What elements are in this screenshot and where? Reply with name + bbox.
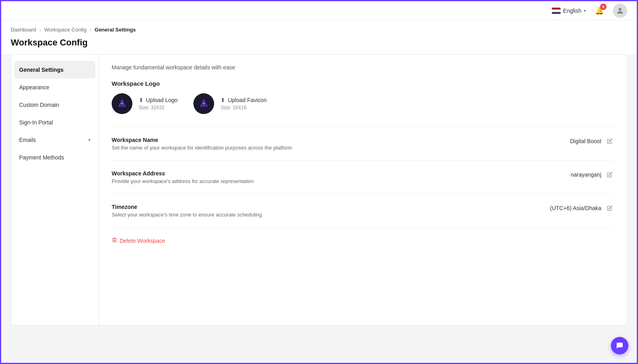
sidebar-item-payment-methods[interactable]: Payment Methods	[11, 149, 98, 166]
workspace-name-label: Workspace Name	[112, 137, 570, 143]
sidebar-item-emails[interactable]: Emails ▾	[11, 131, 98, 149]
svg-point-8	[203, 103, 205, 105]
workspace-address-edit-button[interactable]	[605, 170, 614, 179]
workspace-name-desc: Set the name of your workspace for ident…	[112, 145, 570, 151]
workspace-address-value-row: narayanganj	[571, 170, 614, 179]
upload-logo-info: ⬆ Upload Logo Size: 32X32	[139, 97, 177, 110]
upload-logo-label: Upload Logo	[146, 97, 177, 103]
main-container: General Settings Appearance Custom Domai…	[11, 54, 627, 325]
sidebar-item-custom-domain[interactable]: Custom Domain	[11, 96, 98, 114]
upload-favicon-icon: ⬆	[221, 97, 225, 103]
workspace-name-edit-button[interactable]	[605, 137, 614, 146]
content-subtitle: Manage fundamental workspace details wit…	[112, 64, 614, 71]
logo-section-title: Workspace Logo	[112, 80, 614, 87]
upload-logo-icon: ⬆	[139, 97, 144, 103]
favicon-preview	[193, 93, 214, 114]
delete-icon	[112, 237, 117, 244]
sidebar-item-sign-in-portal[interactable]: Sign-In Portal	[11, 114, 98, 131]
svg-point-0	[618, 8, 621, 10]
notification-badge: 6	[600, 4, 606, 10]
upload-favicon-item: ⬆ Upload Favicon Size: 16X16	[193, 93, 266, 114]
workspace-name-row: Workspace Name Set the name of your work…	[112, 127, 614, 160]
user-avatar-button[interactable]	[613, 4, 627, 18]
emails-chevron-icon: ▾	[88, 137, 91, 143]
upload-favicon-size: Size: 16X16	[221, 105, 266, 110]
upload-favicon-button[interactable]: ⬆ Upload Favicon	[221, 97, 266, 103]
workspace-address-label: Workspace Address	[112, 170, 571, 177]
timezone-edit-button[interactable]	[605, 204, 614, 212]
upload-logo-item: ⬆ Upload Logo Size: 32X32	[112, 93, 177, 114]
delete-workspace-row: Delete Workspace	[112, 227, 614, 254]
timezone-value: (UTC+6) Asia/Dhaka	[550, 205, 601, 211]
flag-icon	[552, 8, 561, 14]
workspace-name-info: Workspace Name Set the name of your work…	[112, 137, 570, 151]
delete-workspace-button[interactable]: Delete Workspace	[112, 237, 165, 244]
upload-logo-size: Size: 32X32	[139, 105, 177, 110]
content-area: Manage fundamental workspace details wit…	[99, 55, 627, 325]
workspace-address-value: narayanganj	[571, 171, 601, 178]
upload-favicon-info: ⬆ Upload Favicon Size: 16X16	[221, 97, 266, 110]
breadcrumb-dashboard[interactable]: Dashboard	[11, 27, 36, 33]
sidebar-item-general-settings[interactable]: General Settings	[14, 61, 95, 79]
breadcrumb-current: General Settings	[95, 27, 136, 33]
page-title-bar: Workspace Config	[1, 36, 637, 54]
breadcrumb: Dashboard › Workspace Config › General S…	[1, 20, 637, 36]
timezone-label: Timezone	[112, 204, 550, 210]
logo-preview	[112, 93, 132, 114]
workspace-address-info: Workspace Address Provide your workspace…	[112, 170, 571, 184]
sidebar: General Settings Appearance Custom Domai…	[11, 55, 99, 325]
svg-point-4	[121, 103, 123, 105]
timezone-desc: Select your workspace's time zone to ens…	[112, 212, 550, 218]
breadcrumb-sep-2: ›	[90, 27, 91, 33]
page-title: Workspace Config	[11, 37, 627, 48]
timezone-info: Timezone Select your workspace's time zo…	[112, 204, 550, 218]
logo-upload-row: ⬆ Upload Logo Size: 32X32	[112, 93, 614, 114]
workspace-address-desc: Provide your workspace's address for acc…	[112, 178, 571, 184]
breadcrumb-workspace-config[interactable]: Workspace Config	[44, 27, 87, 33]
notification-button[interactable]: 🔔 6	[592, 4, 606, 18]
upload-favicon-label: Upload Favicon	[228, 97, 266, 103]
timezone-value-row: (UTC+6) Asia/Dhaka	[550, 204, 614, 212]
topbar: English ▾ 🔔 6	[1, 1, 637, 20]
chevron-down-icon: ▾	[584, 8, 586, 13]
delete-workspace-label: Delete Workspace	[120, 238, 165, 244]
workspace-address-row: Workspace Address Provide your workspace…	[112, 160, 614, 194]
breadcrumb-sep-1: ›	[39, 27, 41, 33]
workspace-name-value-row: Digital Boost	[570, 137, 614, 146]
upload-logo-button[interactable]: ⬆ Upload Logo	[139, 97, 177, 103]
chat-fab-button[interactable]	[611, 337, 628, 354]
language-selector[interactable]: English ▾	[552, 8, 586, 14]
language-label: English	[563, 8, 581, 14]
sidebar-item-appearance[interactable]: Appearance	[11, 79, 98, 96]
workspace-name-value: Digital Boost	[570, 138, 601, 144]
timezone-row: Timezone Select your workspace's time zo…	[112, 194, 614, 227]
